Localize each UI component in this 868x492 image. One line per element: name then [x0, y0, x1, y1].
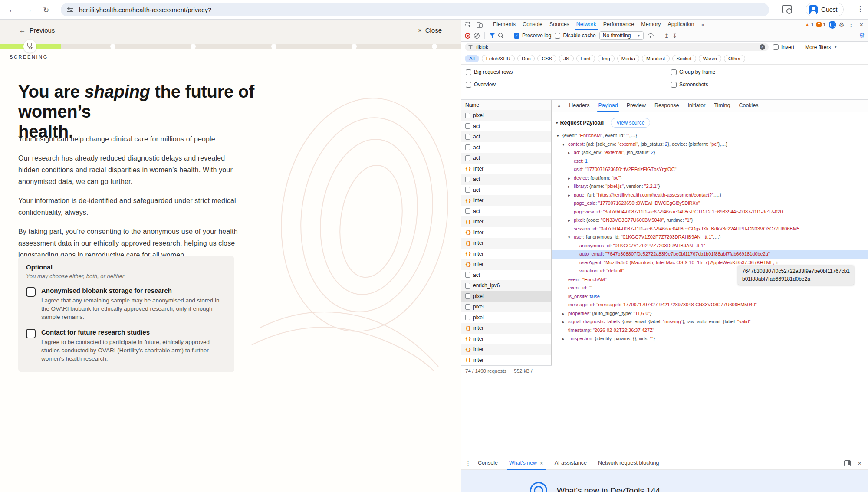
more-tabs-icon[interactable]: » — [699, 21, 707, 28]
export-har-icon[interactable]: ↧ — [672, 33, 677, 39]
option-group-by-frame[interactable]: Group by frame — [671, 69, 715, 75]
detail-tab-initiator[interactable]: Initiator — [683, 100, 710, 112]
request-row[interactable]: act — [461, 174, 551, 185]
forward-icon[interactable]: → — [23, 4, 35, 16]
filter-chip-other[interactable]: Other — [724, 55, 745, 62]
filter-chip-manifest[interactable]: Manifest — [642, 55, 669, 62]
detail-tab-response[interactable]: Response — [650, 100, 683, 112]
close-details-icon[interactable]: × — [553, 102, 565, 109]
payload-line[interactable]: ▸library: {name: "pixel.js", version: "2… — [552, 182, 868, 191]
drawer-tab-what-s-new[interactable]: What's new× — [503, 456, 549, 470]
back-icon[interactable]: ← — [6, 4, 18, 16]
issues-badge[interactable]: 1 — [816, 22, 825, 27]
payload-line[interactable]: session_id: "3af7db04-0087-11f1-ac67-946… — [552, 225, 868, 233]
request-row[interactable]: {}inter — [461, 334, 551, 344]
filter-chip-js[interactable]: JS — [559, 55, 573, 62]
expand-arrow-icon[interactable]: ▸ — [568, 174, 574, 183]
inspect-element-icon[interactable] — [463, 20, 473, 30]
payload-line[interactable]: ▾user: {anonymous_id: "01KGG7V1Z02P7Z720… — [552, 233, 868, 242]
expand-arrow-icon[interactable]: ▾ — [562, 141, 568, 149]
request-row[interactable]: pixel — [461, 110, 551, 121]
request-row[interactable]: {}inter — [461, 227, 551, 238]
tab-search-icon[interactable] — [782, 5, 792, 13]
expand-arrow-icon[interactable]: ▸ — [562, 318, 568, 326]
search-icon[interactable] — [498, 33, 504, 39]
network-settings-gear-icon[interactable]: ⚙ — [859, 32, 865, 39]
tab-application[interactable]: Application — [664, 20, 697, 30]
detail-tab-timing[interactable]: Timing — [710, 100, 734, 112]
request-row[interactable]: {}inter — [461, 164, 551, 174]
filter-chip-img[interactable]: Img — [598, 55, 615, 62]
request-row[interactable]: act — [461, 142, 551, 153]
expand-arrow-icon[interactable]: ▸ — [562, 310, 568, 318]
close-assessment-button[interactable]: × Close — [418, 26, 442, 34]
request-payload-title[interactable]: ▾ Request Payload — [556, 120, 604, 126]
address-bar[interactable]: hertilityhealth.com/health-assessment/pr… — [61, 3, 769, 16]
request-row[interactable]: enrich_ipv6 — [461, 280, 551, 291]
filter-input[interactable]: tiktok × — [465, 43, 769, 51]
detail-tab-cookies[interactable]: Cookies — [734, 100, 763, 112]
request-row[interactable]: act — [461, 206, 551, 217]
filter-chip-socket[interactable]: Socket — [672, 55, 696, 62]
devtools-assist-icon[interactable] — [829, 21, 836, 29]
expand-arrow-icon[interactable]: ▸ — [562, 335, 568, 343]
tab-memory[interactable]: Memory — [638, 20, 664, 30]
tab-console[interactable]: Console — [519, 20, 546, 30]
drawer-tab-ai-assistance[interactable]: AI assistance — [549, 456, 592, 470]
settings-gear-icon[interactable]: ⚙ — [839, 21, 845, 28]
drawer-tab-console[interactable]: Console — [472, 456, 503, 470]
request-row[interactable]: {}inter — [461, 344, 551, 355]
detail-tab-preview[interactable]: Preview — [622, 100, 650, 112]
close-tab-icon[interactable]: × — [540, 456, 543, 470]
previous-button[interactable]: ← Previous — [19, 26, 55, 34]
request-row[interactable]: pixel — [461, 312, 551, 323]
request-row[interactable]: act — [461, 121, 551, 132]
clear-network-log-icon[interactable] — [474, 33, 480, 39]
payload-line[interactable]: ▾context: {ad: {sdk_env: "external", jsb… — [552, 140, 868, 149]
devtools-close-icon[interactable]: × — [858, 21, 865, 28]
request-row[interactable]: pixel — [461, 291, 551, 302]
expand-arrow-icon[interactable]: ▸ — [568, 191, 574, 200]
request-row[interactable]: {}inter — [461, 238, 551, 249]
filter-chip-font[interactable]: Font — [576, 55, 595, 62]
view-source-button[interactable]: View source — [611, 118, 650, 128]
consent-checkbox[interactable] — [26, 329, 36, 338]
payload-line[interactable]: ▸properties: {auto_trigger_type: "11,6-0… — [552, 309, 868, 318]
browser-menu-icon[interactable]: ⋮ — [856, 4, 865, 13]
tab-network[interactable]: Network — [573, 20, 600, 30]
filter-chip-media[interactable]: Media — [617, 55, 639, 62]
request-row[interactable]: act — [461, 153, 551, 164]
drawer-tab-network-request-blocking[interactable]: Network request blocking — [592, 456, 664, 470]
payload-line[interactable]: ▸signal_diagnostic_labels: {raw_email: {… — [552, 318, 868, 326]
more-filters-button[interactable]: More filters ▼ — [805, 44, 837, 50]
filter-chip-fetch-xhr[interactable]: Fetch/XHR — [482, 55, 515, 62]
option-overview[interactable]: Overview — [466, 82, 671, 88]
payload-line[interactable]: csid: "1770071623650::tV2EFsizElGTbsYrgf… — [552, 165, 868, 174]
filter-chip-all[interactable]: All — [465, 55, 479, 62]
import-har-icon[interactable]: ↥ — [664, 33, 669, 39]
invert-checkbox[interactable]: Invert — [773, 44, 794, 50]
payload-line[interactable]: is_onsite: false — [552, 292, 868, 301]
site-settings-icon[interactable] — [67, 7, 74, 13]
request-row[interactable]: act — [461, 185, 551, 196]
payload-line[interactable]: ▸pixel: {code: "CN33VO3C77U606BM5040", r… — [552, 216, 868, 225]
payload-line[interactable]: anonymous_id: "01KGG7V1Z02P7Z7203DRAHB9A… — [552, 242, 868, 250]
payload-line[interactable]: timestamp: "2026-02-02T22:36:37.427Z" — [552, 326, 868, 335]
payload-line[interactable]: auto_email: "7647b308807f0c52722a83f9e7b… — [552, 250, 868, 259]
request-row[interactable]: act — [461, 270, 551, 281]
throttling-dropdown[interactable]: No throttling ▼ — [599, 31, 644, 40]
detail-tab-payload[interactable]: Payload — [594, 100, 622, 112]
payload-line[interactable]: message_id: "messageId-1770071797427-942… — [552, 301, 868, 309]
device-toolbar-icon[interactable] — [474, 20, 485, 30]
request-row[interactable]: {}inter — [461, 249, 551, 259]
payload-line[interactable]: ▸_inspection: {identity_params: {}, vids… — [552, 335, 868, 343]
request-row[interactable]: act — [461, 131, 551, 142]
warnings-badge[interactable]: ▲1 — [805, 22, 814, 28]
request-row[interactable]: {}inter — [461, 216, 551, 227]
payload-line[interactable]: ▸device: {platform: "pc"} — [552, 174, 868, 183]
request-row[interactable]: {}inter — [461, 259, 551, 270]
tab-elements[interactable]: Elements — [490, 20, 519, 30]
payload-line[interactable]: ▸ad: {sdk_env: "external", jsb_status: 2… — [552, 148, 868, 157]
clear-filter-icon[interactable]: × — [760, 44, 765, 50]
devtools-menu-icon[interactable]: ⋮ — [847, 21, 855, 28]
